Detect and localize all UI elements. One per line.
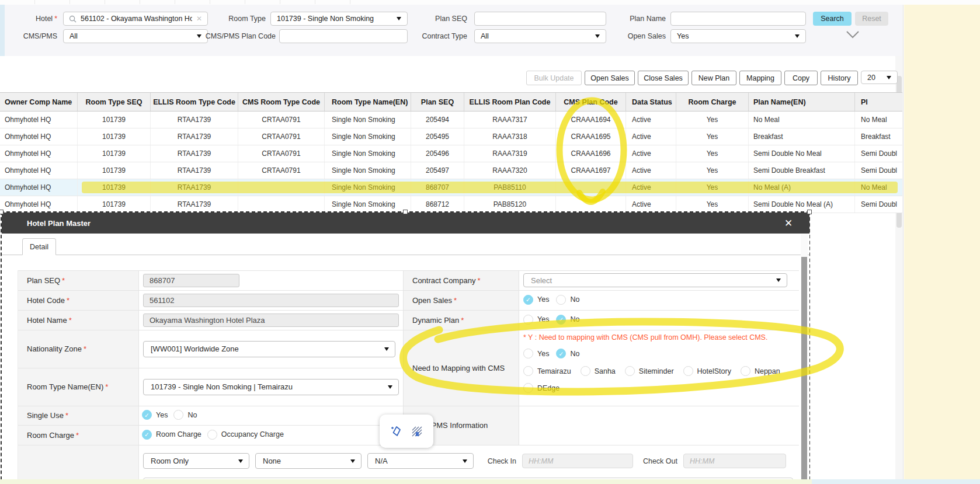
radio-checked-icon[interactable]: ✓ <box>142 430 152 440</box>
search-button[interactable]: Search <box>813 12 852 26</box>
radio-option-sanha[interactable]: Sanha <box>581 366 616 376</box>
copy-button[interactable]: Copy <box>784 71 818 85</box>
radio-checked-icon[interactable]: ✓ <box>142 410 152 420</box>
radio-option-temairazu[interactable]: Temairazu <box>523 366 571 376</box>
chevron-down-icon[interactable] <box>845 29 860 40</box>
modal-scrollbar-thumb[interactable] <box>801 257 807 484</box>
cell-owner-comp-name: Ohmyhotel HQ <box>0 112 78 128</box>
radio-checked-icon[interactable]: ✓ <box>523 295 533 305</box>
hotel-search-input[interactable]: 561102 - Okayama Washington Hotel ✕ <box>63 12 208 26</box>
tab-detail[interactable]: Detail <box>22 238 56 255</box>
open-sales-select[interactable]: Yes <box>670 29 806 43</box>
pen-icon[interactable] <box>390 425 403 438</box>
table-row[interactable]: Ohmyhotel HQ101739RTAA1739Single Non Smo… <box>0 179 902 196</box>
label-text: Single Use <box>27 411 64 420</box>
meal-select[interactable]: Room Only <box>143 453 249 469</box>
plan-seq-input[interactable] <box>474 12 606 26</box>
nationality-zone-select[interactable]: [WW001] Worldwide Zone <box>143 341 395 357</box>
check-out-input[interactable]: HH:MM <box>683 454 786 468</box>
cell-room-type-name-en: Single Non Smoking <box>325 162 411 179</box>
radio-unchecked-icon[interactable] <box>683 366 693 376</box>
cell-owner-comp-name: Ohmyhotel HQ <box>0 179 78 196</box>
plan-name-input[interactable] <box>670 12 806 26</box>
contract-type-select[interactable]: All <box>474 29 606 43</box>
third-select[interactable]: N/A <box>367 453 474 469</box>
table-row[interactable]: Ohmyhotel HQ101739RTAA1739Single Non Smo… <box>0 196 902 213</box>
radio-option-neppan[interactable]: Neppan <box>741 366 780 376</box>
radio-unchecked-icon[interactable] <box>523 366 533 376</box>
cell-cms-plan-code: CRAAA1696 <box>556 145 626 162</box>
label-text: Nationality Zone <box>27 344 82 353</box>
column-header-room-type-name-en: Room Type Name(EN) <box>325 93 411 111</box>
radio-label: Siteminder <box>639 367 674 375</box>
caret-down-icon <box>776 278 781 282</box>
cms-mapping-note: * Y : Need to mapping with CMS (CMS pull… <box>523 333 767 342</box>
cell-room-type-seq: 101739 <box>78 162 151 179</box>
highlighter-icon[interactable] <box>411 426 423 437</box>
close-sales-button[interactable]: Close Sales <box>638 71 689 85</box>
table-row[interactable]: Ohmyhotel HQ101739RTAA1739CRTAA0791Singl… <box>0 145 902 162</box>
cell-data-status: Active <box>626 112 676 128</box>
radio-unchecked-icon[interactable] <box>207 430 217 440</box>
cms-pms-plan-code-input[interactable] <box>279 29 408 43</box>
radio-checked-icon[interactable]: ✓ <box>556 349 566 358</box>
field-label-nationality-zone: Nationality Zone* <box>27 330 132 368</box>
room-type-select[interactable]: 101739 - Single Non Smoking <box>270 12 408 26</box>
radio-unchecked-icon[interactable] <box>556 295 566 305</box>
radio-unchecked-icon[interactable] <box>523 349 533 358</box>
radio-option-no[interactable]: No <box>556 295 579 305</box>
radio-unchecked-icon[interactable] <box>581 366 590 376</box>
cell-ellis-room-type-code: RTAA1739 <box>151 112 238 128</box>
cell-room-type-seq: 101739 <box>78 145 151 162</box>
radio-option-dedge[interactable]: DEdge <box>523 383 559 393</box>
radio-unchecked-icon[interactable] <box>741 366 750 376</box>
cell-plan-name-en: Semi Double No Meal <box>749 145 855 162</box>
table-row[interactable]: Ohmyhotel HQ101739RTAA1739CRTAA0791Singl… <box>0 162 902 179</box>
radio-option-yes[interactable]: ✓Yes <box>142 410 168 420</box>
radio-checked-icon[interactable]: ✓ <box>556 315 566 325</box>
cell-data-status: Active <box>626 162 676 179</box>
new-plan-button[interactable]: New Plan <box>691 71 736 85</box>
modal-scrollbar[interactable] <box>801 234 808 484</box>
radio-option-yes[interactable]: Yes <box>523 315 549 325</box>
annotation-toolbar[interactable] <box>380 415 433 448</box>
radio-option-no[interactable]: No <box>173 410 197 420</box>
contract-type-label: Contract Type <box>416 29 467 43</box>
radio-option-occupancy-charge[interactable]: Occupancy Charge <box>207 430 284 440</box>
check-in-input[interactable]: HH:MM <box>522 454 633 468</box>
cms-pms-select[interactable]: All <box>63 29 208 43</box>
room-type-name-en-select[interactable]: 101739 - Single Non Smoking | Temairazu <box>143 379 399 395</box>
clear-icon[interactable]: ✕ <box>196 15 202 23</box>
radio-unchecked-icon[interactable] <box>523 315 533 325</box>
field-label-contract-company: Contract Company* <box>412 270 515 290</box>
history-button[interactable]: History <box>821 71 858 85</box>
mapping-button[interactable]: Mapping <box>739 71 781 85</box>
close-icon[interactable]: ✕ <box>784 213 793 234</box>
selection-handle[interactable] <box>403 210 408 214</box>
radio-option-room-charge[interactable]: ✓Room Charge <box>142 430 201 440</box>
radio-unchecked-icon[interactable] <box>173 410 183 420</box>
page-size-select[interactable]: 20 <box>861 71 898 84</box>
table-row[interactable]: Ohmyhotel HQ101739RTAA1739CRTAA0791Singl… <box>0 128 902 145</box>
required-asterisk: * <box>54 15 57 23</box>
radio-option-hotelstory[interactable]: HotelStory <box>683 366 731 376</box>
radio-option-no[interactable]: ✓No <box>556 315 579 325</box>
cell-plan-seq: 205496 <box>411 145 464 162</box>
contract-company-select[interactable]: Select <box>523 273 787 287</box>
cell-cms-room-type-code: CRTAA0791 <box>238 112 325 128</box>
field-label-room-charge: Room Charge* <box>27 425 132 445</box>
table-row[interactable]: Ohmyhotel HQ101739RTAA1739CRTAA0791Singl… <box>0 112 902 128</box>
open-sales-button[interactable]: Open Sales <box>585 71 635 85</box>
radio-option-yes[interactable]: Yes <box>523 349 549 358</box>
modal-header[interactable]: Hotel Plan Master ✕ <box>2 213 809 234</box>
option-select[interactable]: None <box>255 453 362 469</box>
selection-handle[interactable] <box>0 210 4 214</box>
radio-option-siteminder[interactable]: Siteminder <box>625 366 674 376</box>
selection-handle[interactable] <box>807 210 812 214</box>
radio-unchecked-icon[interactable] <box>625 366 635 376</box>
reset-button[interactable]: Reset <box>855 12 888 26</box>
column-header-cms-room-type-code: CMS Room Type Code <box>238 93 325 111</box>
radio-option-no[interactable]: ✓No <box>556 349 579 358</box>
radio-option-yes[interactable]: ✓Yes <box>523 295 549 305</box>
radio-unchecked-icon[interactable] <box>523 383 533 393</box>
